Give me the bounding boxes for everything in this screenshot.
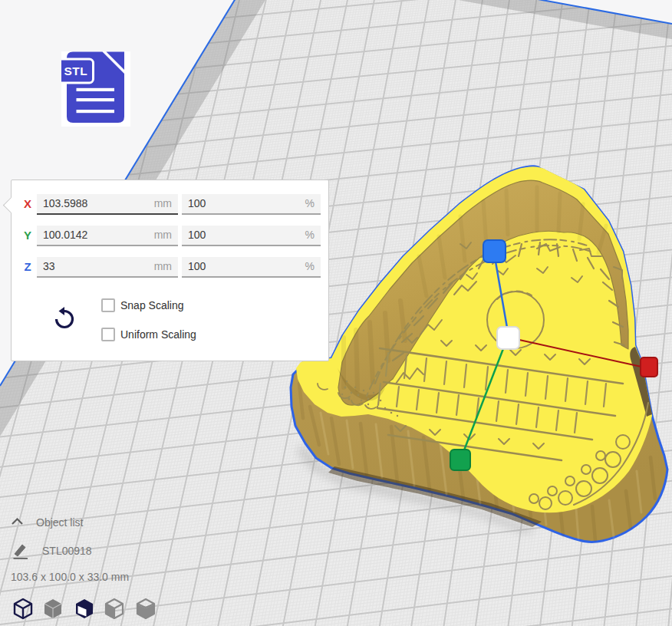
svg-text:STL: STL (64, 64, 88, 77)
